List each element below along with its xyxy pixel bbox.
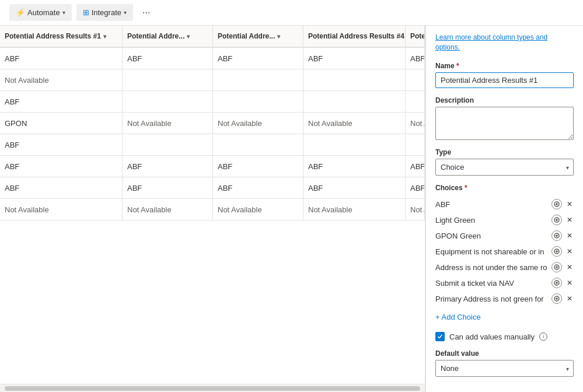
- cell: [406, 69, 425, 90]
- cell: ABF: [213, 156, 303, 177]
- choice-color-button[interactable]: [551, 199, 562, 209]
- cell: ABF: [406, 156, 425, 177]
- choice-text: Primary Address is not green for: [435, 295, 548, 303]
- default-value-select-wrapper: None ABF Light Green GPON Green ▾: [435, 360, 574, 377]
- table-row: Not Available Not Available Not Availabl…: [0, 199, 425, 220]
- cell: ABF: [213, 48, 303, 69]
- info-icon[interactable]: i: [539, 332, 547, 341]
- cell: [213, 69, 303, 90]
- column-header-2[interactable]: Potential Addre... ▾: [123, 26, 213, 47]
- cell: Not Available: [303, 113, 406, 134]
- column-header-5[interactable]: Potenti: [406, 26, 425, 47]
- choice-delete-button[interactable]: ✕: [565, 278, 574, 288]
- table-body: ABF ABF ABF ABF ABF Not Available ABF: [0, 48, 425, 384]
- description-field-label: Description: [435, 96, 574, 104]
- choice-color-button[interactable]: [551, 278, 562, 288]
- cell: [303, 69, 406, 90]
- integrate-button[interactable]: ⊞ Integrate ▾: [76, 4, 133, 21]
- learn-more-link[interactable]: Learn more about column types and option…: [435, 33, 574, 52]
- cell: GPON: [0, 113, 123, 134]
- choice-color-button[interactable]: [551, 246, 562, 257]
- cell: Not Available: [123, 199, 213, 220]
- choice-color-button[interactable]: [551, 262, 562, 272]
- choice-color-button[interactable]: [551, 230, 562, 241]
- choice-text: Address is not under the same ro: [435, 263, 548, 272]
- cell: ABF: [0, 134, 123, 155]
- cell: [406, 134, 425, 155]
- choice-item: Light Green ✕: [435, 212, 574, 228]
- column-2-label: Potential Addre...: [127, 32, 184, 40]
- choice-item: Submit a ticket via NAV ✕: [435, 275, 574, 291]
- scroll-track[interactable]: [5, 386, 420, 391]
- choice-item: ABF ✕: [435, 197, 574, 212]
- automate-chevron-icon: ▾: [62, 9, 65, 16]
- add-choice-button[interactable]: + Add Choice: [435, 309, 574, 325]
- type-field-label: Type: [435, 148, 574, 156]
- default-value-select[interactable]: None ABF Light Green GPON Green: [435, 360, 574, 377]
- table-row: ABF ABF ABF ABF ABF: [0, 48, 425, 69]
- cell: ABF: [0, 48, 123, 69]
- can-add-values-checkbox[interactable]: [435, 332, 445, 341]
- cell: [213, 134, 303, 155]
- cell: ABF: [213, 177, 303, 198]
- cell: Not Available: [123, 113, 213, 134]
- main-area: Potential Address Results #1 ▾ Potential…: [0, 26, 583, 392]
- choice-color-button[interactable]: [551, 293, 562, 304]
- column-header-3[interactable]: Potential Addre... ▾: [213, 26, 303, 47]
- choice-item: Primary Address is not green for ✕: [435, 291, 574, 307]
- cell: ABF: [0, 177, 123, 198]
- cell: ABF: [123, 156, 213, 177]
- column-3-chevron-icon: ▾: [277, 33, 280, 40]
- toolbar: ⚡ Automate ▾ ⊞ Integrate ▾ ···: [0, 0, 583, 26]
- name-input[interactable]: [435, 72, 574, 88]
- choice-text: GPON Green: [435, 232, 548, 240]
- automate-button[interactable]: ⚡ Automate ▾: [9, 4, 72, 21]
- can-add-values-row: Can add values manually i: [435, 332, 574, 341]
- cell: ABF: [406, 177, 425, 198]
- table-area: Potential Address Results #1 ▾ Potential…: [0, 26, 425, 392]
- horizontal-scrollbar[interactable]: [0, 384, 425, 392]
- cell: [406, 91, 425, 112]
- column-1-chevron-icon: ▾: [103, 33, 106, 40]
- choice-delete-button[interactable]: ✕: [565, 262, 574, 272]
- cell: ABF: [0, 91, 123, 112]
- column-3-label: Potential Addre...: [218, 32, 275, 40]
- choice-delete-button[interactable]: ✕: [565, 199, 574, 209]
- choice-item: GPON Green ✕: [435, 228, 574, 244]
- right-panel: Learn more about column types and option…: [425, 26, 583, 392]
- choice-item: Address is not under the same ro ✕: [435, 260, 574, 275]
- column-header-4[interactable]: Potential Address Results #4 ▾: [303, 26, 406, 47]
- choice-delete-button[interactable]: ✕: [565, 215, 574, 225]
- choice-text: ABF: [435, 200, 548, 209]
- type-select[interactable]: Choice Text Number Yes/No Person Date Cu…: [435, 159, 574, 176]
- type-select-wrapper: Choice Text Number Yes/No Person Date Cu…: [435, 159, 574, 176]
- column-header-1[interactable]: Potential Address Results #1 ▾: [0, 26, 123, 47]
- cell: [213, 91, 303, 112]
- cell: Not Available: [213, 113, 303, 134]
- table-row: Not Available: [0, 69, 425, 91]
- cell: [123, 91, 213, 112]
- cell: ABF: [0, 156, 123, 177]
- table-row: GPON Not Available Not Available Not Ava…: [0, 113, 425, 134]
- choice-color-button[interactable]: [551, 215, 562, 225]
- cell: Not Avai: [406, 113, 425, 134]
- choice-delete-button[interactable]: ✕: [565, 230, 574, 241]
- can-add-values-label: Can add values manually: [449, 332, 535, 341]
- choices-required-star: *: [465, 184, 467, 192]
- table-row: ABF: [0, 134, 425, 156]
- choice-text: Equipment is not shareable or in: [435, 247, 548, 256]
- table-row: ABF: [0, 91, 425, 113]
- column-5-label: Potenti: [410, 32, 425, 40]
- choice-delete-button[interactable]: ✕: [565, 246, 574, 257]
- cell: Not Available: [0, 199, 123, 220]
- cell: ABF: [303, 48, 406, 69]
- choice-text: Submit a ticket via NAV: [435, 279, 548, 288]
- cell: Not Available: [213, 199, 303, 220]
- choice-delete-button[interactable]: ✕: [565, 293, 574, 304]
- column-1-label: Potential Address Results #1: [5, 32, 101, 40]
- more-options-button[interactable]: ···: [138, 4, 155, 22]
- choices-section-label: Choices *: [435, 184, 574, 192]
- name-field-label: Name *: [435, 62, 574, 70]
- description-textarea[interactable]: [435, 107, 574, 140]
- integrate-chevron-icon: ▾: [124, 9, 127, 16]
